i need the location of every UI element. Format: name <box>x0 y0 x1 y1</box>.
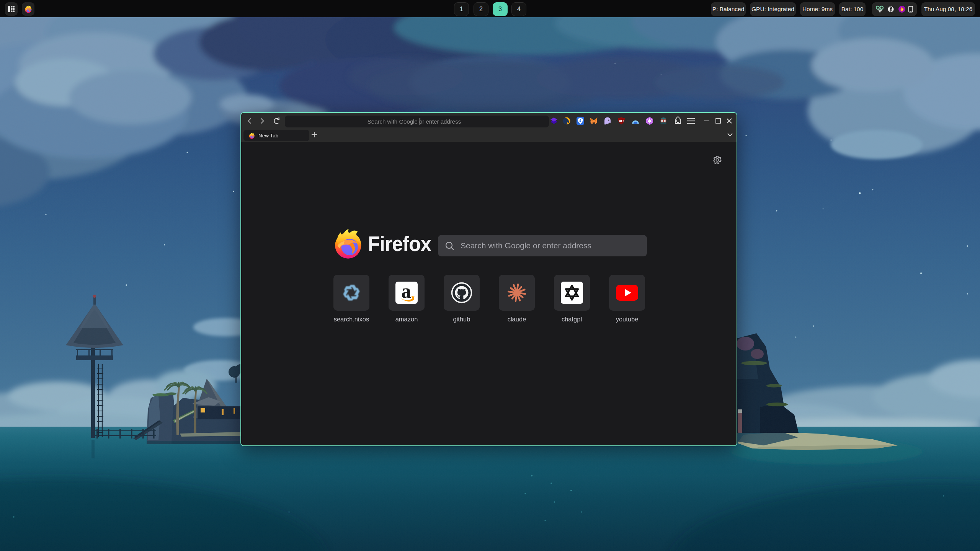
svg-text:a: a <box>401 280 411 302</box>
svg-text:uO: uO <box>619 119 624 123</box>
